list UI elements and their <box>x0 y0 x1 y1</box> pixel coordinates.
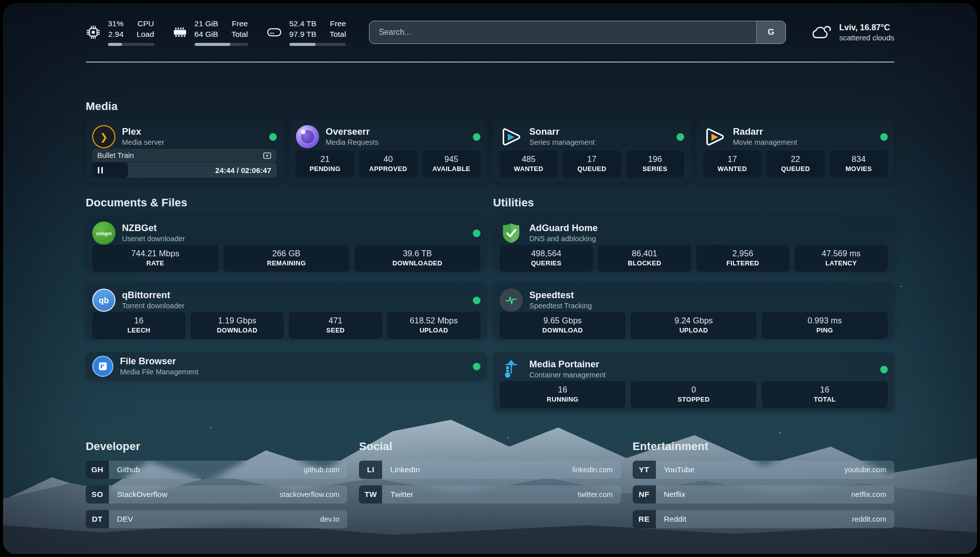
stat-value: 196 <box>628 153 682 165</box>
header-bar: 31% CPU 2.94 Load <box>86 3 894 62</box>
stat-value: 2,956 <box>698 248 787 259</box>
disk-label-top: Free <box>330 19 346 29</box>
stat-label: FILTERED <box>698 259 787 268</box>
stat-tile: 86,401BLOCKED <box>598 245 691 272</box>
bookmark-youtube[interactable]: YT YouTube youtube.com <box>633 461 894 479</box>
memory-label-bottom: Total <box>231 29 248 39</box>
stat-value: 618.52 Mbps <box>389 315 478 326</box>
stat-value: 16 <box>502 384 624 396</box>
app-title: NZBGet <box>122 222 185 234</box>
stat-label: WANTED <box>502 165 556 174</box>
bookmark-name: Netflix <box>664 490 686 499</box>
bookmark-name: LinkedIn <box>390 465 420 474</box>
nzbget-icon: nzbget <box>92 221 115 245</box>
disk-icon <box>266 24 282 40</box>
stat-tile: 17WANTED <box>703 150 761 178</box>
filebrowser-card[interactable]: File Browser Media File Management <box>86 352 487 380</box>
cloud-icon <box>809 21 832 44</box>
stat-tile: 485WANTED <box>500 150 558 178</box>
stat-value: 0 <box>633 384 755 396</box>
cpu-label-top: CPU <box>137 19 154 29</box>
cast-screen-icon <box>263 151 272 159</box>
disk-stat-group: 52.4 TB Free 97.9 TB Total <box>266 19 346 46</box>
status-dot <box>473 230 480 237</box>
memory-total-value: 64 GiB <box>195 29 218 39</box>
bookmark-name: Twitter <box>390 490 413 499</box>
bookmark-stackoverflow[interactable]: SO StackOverflow stackoverflow.com <box>86 485 347 504</box>
portainer-card[interactable]: Media Portainer Container management 16R… <box>493 352 894 412</box>
app-subtitle: Speedtest Tracking <box>529 301 592 311</box>
stat-value: 9.65 Gbps <box>502 315 624 326</box>
bookmark-abbr: GH <box>86 461 109 479</box>
stat-label: QUEUED <box>565 165 619 174</box>
app-subtitle: Media Requests <box>326 138 379 147</box>
status-dot <box>880 133 888 141</box>
stat-label: UPLOAD <box>633 326 755 335</box>
bookmark-abbr: TW <box>359 485 382 504</box>
stat-tile: 945AVAILABLE <box>422 150 480 178</box>
bookmark-abbr: YT <box>633 461 656 479</box>
bookmark-twitter[interactable]: TW Twitter twitter.com <box>359 485 621 504</box>
stat-tile: 16LEECH <box>92 312 186 339</box>
stat-label: UPLOAD <box>389 326 478 335</box>
bookmark-abbr: SO <box>86 485 109 504</box>
stat-value: 485 <box>502 153 556 165</box>
section-title-media: Media <box>86 100 894 113</box>
search-input[interactable] <box>370 21 756 43</box>
plex-icon: ❯ <box>92 125 115 148</box>
stat-label: QUEUED <box>768 165 822 174</box>
speedtest-card[interactable]: Speedtest Speedtest Tracking 9.65 GbpsDO… <box>493 283 894 340</box>
stat-label: PENDING <box>298 165 352 174</box>
bookmark-reddit[interactable]: RE Reddit reddit.com <box>633 510 894 528</box>
stat-label: APPROVED <box>361 165 415 174</box>
utilities-column: AdGuard Home DNS and adblocking 498,564Q… <box>493 216 894 412</box>
now-playing-title: Bullet Train <box>97 151 134 159</box>
stat-tile: 498,564QUERIES <box>500 245 593 272</box>
stat-label: LEECH <box>94 326 183 335</box>
pause-button[interactable] <box>98 167 103 174</box>
status-dot <box>473 363 480 370</box>
app-subtitle: Movie management <box>733 138 797 147</box>
cpu-usage-value: 31% <box>108 19 124 29</box>
playback-time: 24:44 / 02:06:47 <box>215 166 271 175</box>
stat-label: QUERIES <box>502 259 591 268</box>
stat-tile: 0STOPPED <box>631 381 757 408</box>
plex-card[interactable]: ❯ Plex Media server Bullet Train <box>86 120 283 183</box>
bookmark-abbr: DT <box>86 510 109 528</box>
bookmark-abbr: RE <box>633 510 656 528</box>
sonarr-card[interactable]: Sonarr Series management 485WANTED 17QUE… <box>493 120 691 183</box>
nzbget-card[interactable]: nzbget NZBGet Usenet downloader 744.21 M… <box>86 216 487 270</box>
playback-progress-bar: 24:44 / 02:06:47 <box>92 162 277 178</box>
app-title: Speedtest <box>529 290 592 301</box>
weather-location-temp: Lviv, 16.87°C <box>839 22 894 33</box>
bookmark-url: netflix.com <box>851 490 886 498</box>
radarr-icon <box>703 125 726 148</box>
overseerr-card[interactable]: Overseerr Media Requests 21PENDING 40APP… <box>289 120 487 183</box>
system-stats: 31% CPU 2.94 Load <box>86 19 346 46</box>
bookmark-linkedin[interactable]: LI LinkedIn linkedin.com <box>359 461 621 479</box>
documents-column: nzbget NZBGet Usenet downloader 744.21 M… <box>86 216 487 380</box>
bookmark-github[interactable]: GH Github github.com <box>86 461 347 479</box>
stat-tile: 16RUNNING <box>500 381 626 408</box>
ram-icon <box>172 25 188 40</box>
app-subtitle: DNS and adblocking <box>529 234 598 244</box>
cpu-stat-group: 31% CPU 2.94 Load <box>86 19 154 46</box>
stat-label: RUNNING <box>502 396 624 404</box>
stat-tile: 40APPROVED <box>359 150 417 178</box>
disk-free-value: 52.4 TB <box>289 19 317 29</box>
qbittorrent-card[interactable]: qb qBittorrent Torrent downloader 16LEEC… <box>86 283 487 340</box>
stat-tile: 834MOVIES <box>830 150 888 178</box>
stat-label: STOPPED <box>633 396 755 404</box>
sonarr-icon <box>500 125 523 148</box>
media-cards-row: ❯ Plex Media server Bullet Train <box>86 120 894 183</box>
bookmark-dev[interactable]: DT DEV dev.to <box>86 510 347 528</box>
stat-tile: 17QUEUED <box>563 150 621 178</box>
adguard-card[interactable]: AdGuard Home DNS and adblocking 498,564Q… <box>493 216 894 270</box>
stat-tile: 21PENDING <box>296 150 354 178</box>
bookmark-netflix[interactable]: NF Netflix netflix.com <box>633 485 894 504</box>
bookmark-url: github.com <box>303 466 339 474</box>
search-engine-button[interactable]: G <box>756 21 785 43</box>
stat-label: RATE <box>94 259 216 268</box>
radarr-card[interactable]: Radarr Movie management 17WANTED 22QUEUE… <box>697 120 894 183</box>
stat-value: 21 <box>298 153 352 165</box>
